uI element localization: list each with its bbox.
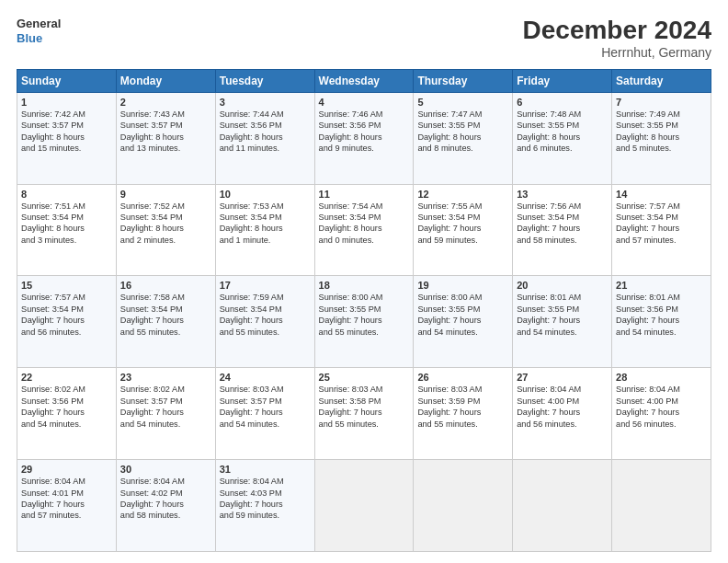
day-number: 15	[21, 280, 112, 291]
sunrise-text: Sunrise: 8:00 AM	[417, 292, 508, 303]
sunset-text: Sunset: 4:00 PM	[517, 396, 608, 407]
daylight-text: Daylight: 7 hours	[220, 315, 311, 326]
calendar-cell: 20Sunrise: 8:01 AMSunset: 3:55 PMDayligh…	[513, 276, 612, 368]
sunrise-text: Sunrise: 7:42 AM	[21, 109, 112, 120]
logo: General Blue	[17, 17, 61, 45]
calendar-cell: 10Sunrise: 7:53 AMSunset: 3:54 PMDayligh…	[215, 184, 314, 276]
sunrise-text: Sunrise: 7:59 AM	[220, 292, 311, 303]
sunset-text: Sunset: 3:58 PM	[319, 396, 410, 407]
calendar-cell: 27Sunrise: 8:04 AMSunset: 4:00 PMDayligh…	[513, 368, 612, 460]
daylight-text: and 55 minutes.	[417, 419, 508, 430]
col-tuesday: Tuesday	[215, 69, 314, 92]
sunrise-text: Sunrise: 8:01 AM	[616, 292, 707, 303]
main-title: December 2024	[523, 17, 711, 45]
daylight-text: Daylight: 7 hours	[120, 499, 211, 510]
calendar-cell: 22Sunrise: 8:02 AMSunset: 3:56 PMDayligh…	[17, 368, 117, 460]
daylight-text: Daylight: 8 hours	[517, 132, 608, 143]
daylight-text: Daylight: 7 hours	[616, 223, 707, 234]
sunset-text: Sunset: 3:54 PM	[319, 212, 410, 223]
day-number: 23	[120, 372, 211, 383]
sunset-text: Sunset: 3:57 PM	[220, 396, 311, 407]
daylight-text: and 56 minutes.	[616, 419, 707, 430]
sunset-text: Sunset: 3:54 PM	[21, 212, 112, 223]
calendar-header: Sunday Monday Tuesday Wednesday Thursday…	[17, 69, 711, 92]
calendar-cell: 7Sunrise: 7:49 AMSunset: 3:55 PMDaylight…	[612, 92, 711, 184]
daylight-text: Daylight: 8 hours	[319, 223, 410, 234]
daylight-text: Daylight: 8 hours	[319, 132, 410, 143]
sunrise-text: Sunrise: 8:04 AM	[517, 384, 608, 395]
sunrise-text: Sunrise: 8:04 AM	[120, 476, 211, 487]
daylight-text: Daylight: 7 hours	[120, 315, 211, 326]
day-number: 4	[319, 97, 410, 108]
sunset-text: Sunset: 3:56 PM	[319, 120, 410, 131]
day-number: 9	[120, 189, 211, 200]
sunset-text: Sunset: 3:57 PM	[21, 120, 112, 131]
sunset-text: Sunset: 3:54 PM	[120, 304, 211, 315]
calendar-week-2: 8Sunrise: 7:51 AMSunset: 3:54 PMDaylight…	[17, 184, 711, 276]
day-number: 29	[21, 464, 112, 475]
daylight-text: Daylight: 7 hours	[616, 315, 707, 326]
page: General Blue December 2024 Herrnhut, Ger…	[0, 0, 728, 563]
sunset-text: Sunset: 3:56 PM	[21, 396, 112, 407]
header-row: Sunday Monday Tuesday Wednesday Thursday…	[17, 69, 711, 92]
sunrise-text: Sunrise: 7:57 AM	[21, 292, 112, 303]
title-block: December 2024 Herrnhut, Germany	[523, 17, 711, 60]
calendar-cell: 14Sunrise: 7:57 AMSunset: 3:54 PMDayligh…	[612, 184, 711, 276]
daylight-text: Daylight: 7 hours	[417, 407, 508, 418]
calendar-cell: 8Sunrise: 7:51 AMSunset: 3:54 PMDaylight…	[17, 184, 117, 276]
daylight-text: Daylight: 8 hours	[616, 132, 707, 143]
daylight-text: Daylight: 7 hours	[517, 223, 608, 234]
daylight-text: and 59 minutes.	[417, 235, 508, 246]
daylight-text: and 59 minutes.	[220, 510, 311, 521]
calendar-cell	[314, 460, 414, 552]
sunset-text: Sunset: 3:57 PM	[120, 120, 211, 131]
daylight-text: Daylight: 8 hours	[21, 132, 112, 143]
daylight-text: Daylight: 7 hours	[21, 407, 112, 418]
calendar-cell: 26Sunrise: 8:03 AMSunset: 3:59 PMDayligh…	[414, 368, 513, 460]
sunrise-text: Sunrise: 7:51 AM	[21, 201, 112, 212]
calendar-body: 1Sunrise: 7:42 AMSunset: 3:57 PMDaylight…	[17, 92, 711, 551]
day-number: 7	[616, 97, 707, 108]
daylight-text: and 3 minutes.	[21, 235, 112, 246]
calendar-cell: 2Sunrise: 7:43 AMSunset: 3:57 PMDaylight…	[116, 92, 215, 184]
day-number: 26	[417, 372, 508, 383]
daylight-text: Daylight: 8 hours	[417, 132, 508, 143]
sunrise-text: Sunrise: 7:57 AM	[616, 201, 707, 212]
day-number: 1	[21, 97, 112, 108]
daylight-text: Daylight: 7 hours	[319, 407, 410, 418]
col-thursday: Thursday	[414, 69, 513, 92]
calendar-cell: 15Sunrise: 7:57 AMSunset: 3:54 PMDayligh…	[17, 276, 117, 368]
day-number: 24	[220, 372, 311, 383]
sunset-text: Sunset: 4:03 PM	[220, 488, 311, 499]
col-friday: Friday	[513, 69, 612, 92]
daylight-text: Daylight: 7 hours	[616, 407, 707, 418]
daylight-text: and 13 minutes.	[120, 143, 211, 154]
sunset-text: Sunset: 4:00 PM	[616, 396, 707, 407]
sunset-text: Sunset: 3:55 PM	[616, 120, 707, 131]
day-number: 11	[319, 189, 410, 200]
daylight-text: Daylight: 7 hours	[517, 315, 608, 326]
day-number: 31	[220, 464, 311, 475]
day-number: 25	[319, 372, 410, 383]
sunrise-text: Sunrise: 8:03 AM	[417, 384, 508, 395]
daylight-text: and 2 minutes.	[120, 235, 211, 246]
daylight-text: and 55 minutes.	[120, 327, 211, 338]
daylight-text: Daylight: 8 hours	[220, 132, 311, 143]
sunrise-text: Sunrise: 7:43 AM	[120, 109, 211, 120]
day-number: 30	[120, 464, 211, 475]
sunrise-text: Sunrise: 8:02 AM	[120, 384, 211, 395]
daylight-text: Daylight: 8 hours	[120, 223, 211, 234]
sunset-text: Sunset: 3:54 PM	[21, 304, 112, 315]
col-saturday: Saturday	[612, 69, 711, 92]
sunrise-text: Sunrise: 7:44 AM	[220, 109, 311, 120]
day-number: 28	[616, 372, 707, 383]
sunset-text: Sunset: 3:55 PM	[517, 304, 608, 315]
sunrise-text: Sunrise: 7:55 AM	[417, 201, 508, 212]
sunset-text: Sunset: 3:54 PM	[120, 212, 211, 223]
calendar-week-4: 22Sunrise: 8:02 AMSunset: 3:56 PMDayligh…	[17, 368, 711, 460]
daylight-text: and 56 minutes.	[21, 327, 112, 338]
calendar-cell: 31Sunrise: 8:04 AMSunset: 4:03 PMDayligh…	[215, 460, 314, 552]
day-number: 16	[120, 280, 211, 291]
daylight-text: and 0 minutes.	[319, 235, 410, 246]
sunrise-text: Sunrise: 7:56 AM	[517, 201, 608, 212]
